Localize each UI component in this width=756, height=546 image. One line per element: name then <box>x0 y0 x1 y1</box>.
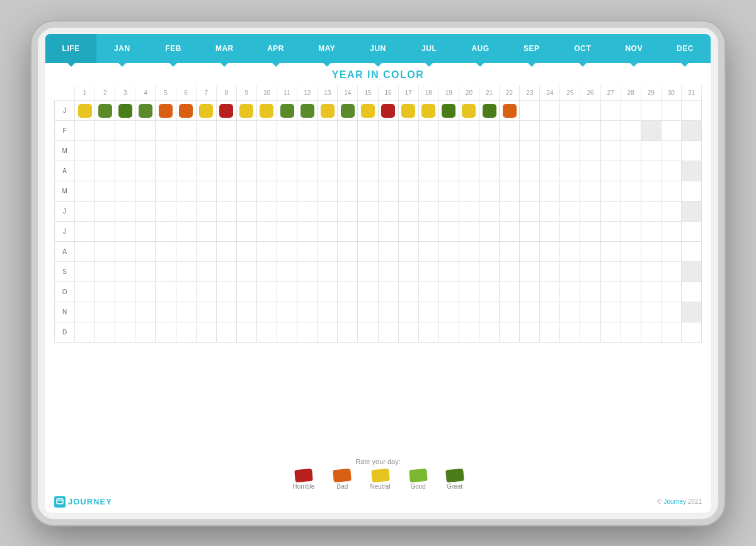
grid-cell[interactable] <box>540 282 560 302</box>
grid-cell[interactable] <box>156 302 176 322</box>
grid-cell[interactable] <box>438 282 459 302</box>
grid-cell[interactable] <box>115 322 135 343</box>
grid-cell[interactable] <box>580 322 600 343</box>
grid-cell[interactable] <box>236 302 256 322</box>
grid-cell[interactable] <box>540 161 560 181</box>
grid-cell[interactable] <box>236 141 256 161</box>
grid-cell[interactable] <box>277 242 297 262</box>
grid-cell[interactable] <box>641 202 661 222</box>
grid-cell[interactable] <box>95 282 115 302</box>
grid-cell[interactable] <box>196 121 216 141</box>
grid-cell[interactable] <box>641 242 661 262</box>
grid-cell[interactable] <box>600 141 621 161</box>
legend-item-neutral[interactable]: Neutral <box>370 469 390 490</box>
grid-cell[interactable] <box>500 181 520 202</box>
grid-cell[interactable] <box>378 222 398 242</box>
grid-cell[interactable] <box>318 242 338 262</box>
grid-cell[interactable] <box>156 322 176 343</box>
grid-cell[interactable] <box>600 222 621 242</box>
grid-cell[interactable] <box>176 161 196 181</box>
grid-cell[interactable] <box>418 262 438 282</box>
grid-cell[interactable] <box>418 322 438 343</box>
grid-cell[interactable] <box>216 181 236 202</box>
nav-item-nov[interactable]: NOV <box>609 34 660 63</box>
grid-cell[interactable] <box>176 121 196 141</box>
grid-cell[interactable] <box>358 242 378 262</box>
grid-cell[interactable] <box>115 141 135 161</box>
grid-cell[interactable] <box>681 161 701 181</box>
grid-cell[interactable] <box>156 101 176 121</box>
grid-cell[interactable] <box>358 262 378 282</box>
grid-cell[interactable] <box>479 181 499 202</box>
grid-cell[interactable] <box>75 202 95 222</box>
grid-cell[interactable] <box>438 222 459 242</box>
grid-cell[interactable] <box>135 262 156 282</box>
grid-cell[interactable] <box>318 161 338 181</box>
grid-cell[interactable] <box>358 101 378 121</box>
grid-cell[interactable] <box>438 141 459 161</box>
grid-cell[interactable] <box>156 121 176 141</box>
grid-cell[interactable] <box>378 202 398 222</box>
grid-cell[interactable] <box>418 302 438 322</box>
grid-cell[interactable] <box>75 141 95 161</box>
grid-cell[interactable] <box>95 121 115 141</box>
grid-cell[interactable] <box>641 121 661 141</box>
grid-cell[interactable] <box>338 322 358 343</box>
grid-cell[interactable] <box>115 222 135 242</box>
grid-cell[interactable] <box>196 322 216 343</box>
grid-cell[interactable] <box>438 121 459 141</box>
grid-cell[interactable] <box>600 202 621 222</box>
grid-cell[interactable] <box>95 101 115 121</box>
grid-cell[interactable] <box>135 242 156 262</box>
grid-cell[interactable] <box>661 181 681 202</box>
grid-cell[interactable] <box>135 322 156 343</box>
grid-cell[interactable] <box>479 202 499 222</box>
grid-cell[interactable] <box>256 322 277 343</box>
grid-cell[interactable] <box>621 282 641 302</box>
grid-cell[interactable] <box>75 101 95 121</box>
grid-cell[interactable] <box>479 242 499 262</box>
grid-cell[interactable] <box>95 141 115 161</box>
grid-cell[interactable] <box>540 101 560 121</box>
grid-cell[interactable] <box>318 202 338 222</box>
grid-cell[interactable] <box>318 181 338 202</box>
nav-item-feb[interactable]: FEB <box>147 34 198 63</box>
grid-cell[interactable] <box>176 262 196 282</box>
grid-cell[interactable] <box>236 282 256 302</box>
grid-cell[interactable] <box>216 141 236 161</box>
grid-cell[interactable] <box>338 242 358 262</box>
grid-cell[interactable] <box>318 282 338 302</box>
grid-cell[interactable] <box>216 302 236 322</box>
grid-cell[interactable] <box>520 181 540 202</box>
grid-cell[interactable] <box>438 202 459 222</box>
grid-cell[interactable] <box>600 101 621 121</box>
grid-cell[interactable] <box>176 242 196 262</box>
grid-cell[interactable] <box>156 242 176 262</box>
grid-cell[interactable] <box>600 121 621 141</box>
grid-cell[interactable] <box>560 101 580 121</box>
grid-cell[interactable] <box>500 121 520 141</box>
grid-cell[interactable] <box>600 282 621 302</box>
grid-cell[interactable] <box>236 161 256 181</box>
grid-cell[interactable] <box>580 161 600 181</box>
grid-cell[interactable] <box>438 262 459 282</box>
grid-cell[interactable] <box>135 282 156 302</box>
journey-link[interactable]: Journey <box>663 498 686 505</box>
grid-cell[interactable] <box>297 322 318 343</box>
grid-cell[interactable] <box>540 262 560 282</box>
grid-cell[interactable] <box>661 121 681 141</box>
grid-cell[interactable] <box>176 141 196 161</box>
grid-cell[interactable] <box>641 262 661 282</box>
grid-cell[interactable] <box>277 322 297 343</box>
grid-cell[interactable] <box>418 141 438 161</box>
grid-cell[interactable] <box>621 161 641 181</box>
grid-cell[interactable] <box>378 141 398 161</box>
grid-cell[interactable] <box>540 181 560 202</box>
grid-cell[interactable] <box>236 262 256 282</box>
grid-cell[interactable] <box>277 202 297 222</box>
grid-cell[interactable] <box>459 181 479 202</box>
grid-cell[interactable] <box>277 181 297 202</box>
grid-cell[interactable] <box>95 202 115 222</box>
grid-cell[interactable] <box>459 322 479 343</box>
grid-cell[interactable] <box>318 121 338 141</box>
